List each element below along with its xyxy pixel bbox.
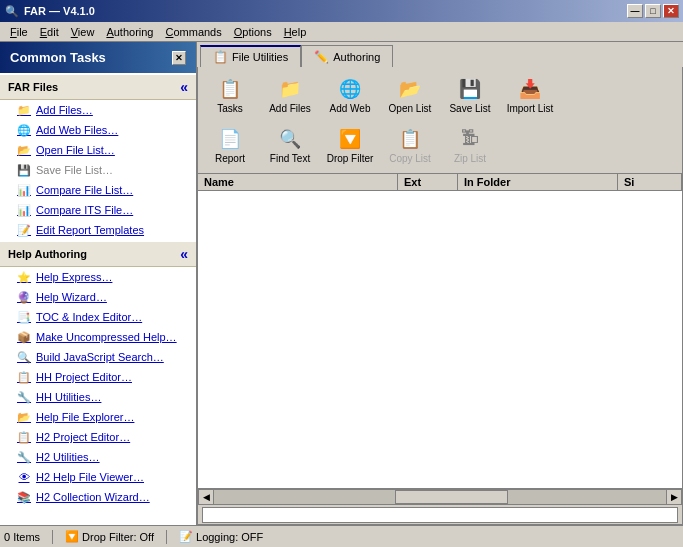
tab-authoring[interactable]: ✏️ Authoring [301, 45, 393, 67]
sidebar-item-compare-its-file[interactable]: 📊 Compare ITS File… [0, 200, 196, 220]
sidebar-item-open-file-list[interactable]: 📂 Open File List… [0, 140, 196, 160]
sidebar-close-button[interactable]: ✕ [172, 51, 186, 65]
sidebar: Common Tasks ✕ FAR Files « 📁 Add Files… … [0, 42, 197, 525]
drop-filter-status-label: Drop Filter: Off [82, 531, 154, 543]
toolbar-btn-drop-filter[interactable]: 🔽 Drop Filter [322, 121, 378, 169]
menu-edit[interactable]: Edit [34, 24, 65, 40]
toolbar-btn-add-web[interactable]: 🌐 Add Web [322, 71, 378, 119]
section-far-files-label: FAR Files [8, 81, 58, 93]
hh-project-editor-icon: 📋 [16, 369, 32, 385]
hh-utilities-icon: 🔧 [16, 389, 32, 405]
horizontal-scrollbar[interactable]: ◀ ▶ [197, 489, 683, 505]
sidebar-item-help-wizard[interactable]: 🔮 Help Wizard… [0, 287, 196, 307]
minimize-button[interactable]: — [627, 4, 643, 18]
add-files-icon: 📁 [16, 102, 32, 118]
menu-file[interactable]: File [4, 24, 34, 40]
menu-bar: File Edit View Authoring Commands Option… [0, 22, 683, 42]
status-items-count: 0 Items [4, 531, 40, 543]
col-in-folder[interactable]: In Folder [458, 174, 618, 190]
content-area: 📋 File Utilities ✏️ Authoring 📋 Tasks 📁 … [197, 42, 683, 525]
copy-list-toolbar-icon: 📋 [398, 127, 422, 151]
sidebar-item-h2-collection-wizard[interactable]: 📚 H2 Collection Wizard… [0, 487, 196, 507]
col-name[interactable]: Name [198, 174, 398, 190]
section-help-authoring: Help Authoring « [0, 242, 196, 267]
sidebar-item-make-uncompressed-help[interactable]: 📦 Make Uncompressed Help… [0, 327, 196, 347]
h2-collection-wizard-icon: 📚 [16, 489, 32, 505]
add-web-files-icon: 🌐 [16, 122, 32, 138]
toolbar-row-1: 📋 Tasks 📁 Add Files 🌐 Add Web 📂 Open Lis… [202, 71, 678, 119]
sidebar-scroll[interactable]: FAR Files « 📁 Add Files… 🌐 Add Web Files… [0, 73, 196, 525]
title-bar: 🔍 FAR — V4.1.0 — □ ✕ [0, 0, 683, 22]
sidebar-header: Common Tasks ✕ [0, 42, 196, 73]
search-bar [197, 505, 683, 525]
status-drop-filter: 🔽 Drop Filter: Off [65, 530, 154, 543]
col-size[interactable]: Si [618, 174, 682, 190]
app-icon: 🔍 [4, 3, 20, 19]
open-file-list-icon: 📂 [16, 142, 32, 158]
scrollbar-track[interactable] [214, 490, 666, 504]
sidebar-item-toc-index-editor[interactable]: 📑 TOC & Index Editor… [0, 307, 196, 327]
status-bar: 0 Items 🔽 Drop Filter: Off 📝 Logging: OF… [0, 525, 683, 547]
drop-filter-status-icon: 🔽 [65, 530, 79, 543]
sidebar-item-h2-help-file-viewer[interactable]: 👁 H2 Help File Viewer… [0, 467, 196, 487]
sidebar-item-h2-utilities[interactable]: 🔧 H2 Utilities… [0, 447, 196, 467]
section-help-authoring-collapse[interactable]: « [180, 246, 188, 262]
section-far-files-collapse[interactable]: « [180, 79, 188, 95]
status-logging: 📝 Logging: OFF [179, 530, 263, 543]
menu-authoring[interactable]: Authoring [100, 24, 159, 40]
sidebar-item-add-web-files[interactable]: 🌐 Add Web Files… [0, 120, 196, 140]
tab-bar: 📋 File Utilities ✏️ Authoring [197, 42, 683, 67]
file-list-header: Name Ext In Folder Si [198, 174, 682, 191]
save-file-list-icon: 💾 [16, 162, 32, 178]
toolbar-btn-tasks[interactable]: 📋 Tasks [202, 71, 258, 119]
logging-status-icon: 📝 [179, 530, 193, 543]
compare-its-file-icon: 📊 [16, 202, 32, 218]
sidebar-item-compare-file-list[interactable]: 📊 Compare File List… [0, 180, 196, 200]
menu-view[interactable]: View [65, 24, 101, 40]
menu-commands[interactable]: Commands [159, 24, 227, 40]
help-wizard-icon: 🔮 [16, 289, 32, 305]
sidebar-item-hh-utilities[interactable]: 🔧 HH Utilities… [0, 387, 196, 407]
sidebar-item-help-file-explorer[interactable]: 📂 Help File Explorer… [0, 407, 196, 427]
toolbar-btn-add-files[interactable]: 📁 Add Files [262, 71, 318, 119]
menu-options[interactable]: Options [228, 24, 278, 40]
tab-authoring-label: Authoring [333, 51, 380, 63]
status-separator-1 [52, 530, 53, 544]
sidebar-item-help-express[interactable]: ⭐ Help Express… [0, 267, 196, 287]
toolbar-btn-import-list[interactable]: 📥 Import List [502, 71, 558, 119]
help-file-explorer-icon: 📂 [16, 409, 32, 425]
file-list-body [198, 191, 682, 488]
compare-file-list-icon: 📊 [16, 182, 32, 198]
import-list-toolbar-icon: 📥 [518, 77, 542, 101]
sidebar-item-hh-project-editor[interactable]: 📋 HH Project Editor… [0, 367, 196, 387]
status-separator-2 [166, 530, 167, 544]
close-button[interactable]: ✕ [663, 4, 679, 18]
maximize-button[interactable]: □ [645, 4, 661, 18]
main-layout: Common Tasks ✕ FAR Files « 📁 Add Files… … [0, 42, 683, 525]
sidebar-item-add-files[interactable]: 📁 Add Files… [0, 100, 196, 120]
build-javascript-search-icon: 🔍 [16, 349, 32, 365]
h2-utilities-icon: 🔧 [16, 449, 32, 465]
save-list-toolbar-icon: 💾 [458, 77, 482, 101]
toolbar-btn-find-text[interactable]: 🔍 Find Text [262, 121, 318, 169]
scrollbar-thumb[interactable] [395, 490, 508, 504]
h2-project-editor-icon: 📋 [16, 429, 32, 445]
add-web-toolbar-icon: 🌐 [338, 77, 362, 101]
sidebar-item-h2-project-editor[interactable]: 📋 H2 Project Editor… [0, 427, 196, 447]
edit-report-templates-icon: 📝 [16, 222, 32, 238]
toolbar-btn-report[interactable]: 📄 Report [202, 121, 258, 169]
sidebar-item-edit-report-templates[interactable]: 📝 Edit Report Templates [0, 220, 196, 240]
sidebar-item-build-javascript-search[interactable]: 🔍 Build JavaScript Search… [0, 347, 196, 367]
tab-authoring-icon: ✏️ [314, 50, 329, 64]
toolbar-btn-open-list[interactable]: 📂 Open List [382, 71, 438, 119]
menu-help[interactable]: Help [278, 24, 313, 40]
search-input[interactable] [202, 507, 678, 523]
toolbar-btn-save-list[interactable]: 💾 Save List [442, 71, 498, 119]
tab-file-utilities[interactable]: 📋 File Utilities [200, 45, 301, 67]
scroll-right-button[interactable]: ▶ [666, 489, 682, 505]
tasks-icon: 📋 [218, 77, 242, 101]
file-list-area: Name Ext In Folder Si [197, 174, 683, 489]
section-far-files: FAR Files « [0, 75, 196, 100]
scroll-left-button[interactable]: ◀ [198, 489, 214, 505]
col-ext[interactable]: Ext [398, 174, 458, 190]
